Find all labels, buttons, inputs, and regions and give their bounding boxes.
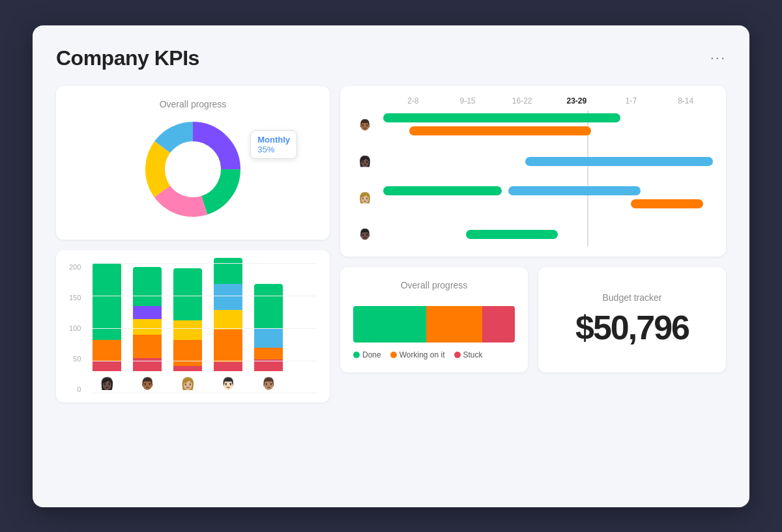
- legend-item-working: Working on it: [390, 350, 445, 359]
- gantt-rows: 👨🏾 👩🏿: [353, 111, 713, 246]
- bar-chart-card: 200 150 100 50 0: [56, 250, 330, 402]
- bar-group: 👨🏻: [214, 258, 242, 393]
- budget-card: Budget tracker $50,796: [538, 267, 726, 372]
- done-label: Done: [362, 350, 381, 359]
- bar-group: 👩🏼: [173, 268, 202, 393]
- gantt-header: 2-8 9-15 16-22 23-29 1-7 8-14: [353, 96, 713, 105]
- stuck-label: Stuck: [463, 350, 483, 359]
- bar-group: 👨🏽: [254, 284, 283, 393]
- bar-stack: [93, 263, 121, 371]
- budget-value: $50,796: [575, 308, 689, 347]
- gantt-avatar: 👨🏿: [353, 223, 377, 246]
- bar-stack: [133, 267, 162, 371]
- donut-chart: Monthly 35%: [141, 117, 245, 221]
- gantt-row: 👨🏿: [353, 223, 713, 246]
- bar-stack: [214, 258, 242, 371]
- bar-stack: [173, 268, 202, 371]
- page-title: Company KPIs: [56, 46, 199, 70]
- gantt-card: 2-8 9-15 16-22 23-29 1-7 8-14 👨🏾: [340, 86, 726, 257]
- working-label: Working on it: [399, 350, 445, 359]
- main-grid: Overall progress: [56, 86, 726, 413]
- progress-card: Overall progress Done Working o: [340, 267, 528, 372]
- bar-group: 👩🏿: [93, 263, 121, 393]
- stacked-bar: [353, 306, 515, 343]
- more-options-button[interactable]: ···: [710, 49, 726, 66]
- bar-group: 👨🏾: [133, 267, 162, 393]
- legend: Done Working on it Stuck: [353, 350, 515, 359]
- donut-title: Overall progress: [160, 99, 227, 109]
- stuck-dot: [454, 352, 461, 358]
- working-dot: [390, 352, 397, 358]
- legend-item-stuck: Stuck: [454, 350, 483, 359]
- dashboard-frame: Company KPIs ··· Overall progress: [33, 25, 749, 507]
- tooltip-label: Monthly: [257, 135, 290, 145]
- gantt-row: 👩🏼: [353, 184, 713, 212]
- avatar: 👩🏼: [178, 374, 197, 393]
- gantt-avatar: 👩🏼: [353, 186, 377, 210]
- tooltip-value: 35%: [257, 145, 290, 154]
- bar-chart-area: 200 150 100 50 0: [69, 263, 317, 393]
- avatar: 👨🏾: [138, 374, 157, 393]
- avatar: 👩🏿: [97, 374, 117, 393]
- bottom-grid: Overall progress Done Working o: [340, 267, 726, 372]
- y-axis: 200 150 100 50 0: [69, 263, 85, 393]
- donut-tooltip: Monthly 35%: [250, 130, 297, 159]
- legend-item-done: Done: [353, 350, 381, 359]
- avatar: 👨🏻: [218, 374, 238, 393]
- done-dot: [353, 352, 360, 358]
- gantt-avatar: 👩🏿: [353, 150, 377, 173]
- gantt-row: 👨🏾: [353, 111, 713, 139]
- gantt-row: 👩🏿: [353, 150, 713, 173]
- bar-stack: [254, 284, 283, 371]
- svg-point-5: [166, 142, 220, 197]
- budget-title: Budget tracker: [602, 292, 661, 303]
- avatar: 👨🏽: [259, 374, 278, 393]
- gantt-avatar: 👨🏾: [353, 113, 377, 137]
- progress-title: Overall progress: [353, 280, 515, 290]
- donut-card: Overall progress: [56, 86, 330, 240]
- header: Company KPIs ···: [56, 46, 726, 70]
